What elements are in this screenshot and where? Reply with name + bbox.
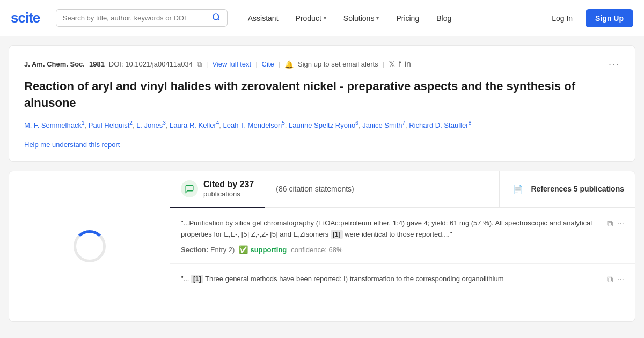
citation-text-1: "...Purification by silica gel chromatog… xyxy=(181,218,603,240)
citation-text-2: "... [1] Three general methods have been… xyxy=(181,274,603,285)
nav-right: Log In Sign Up xyxy=(543,9,633,27)
loading-spinner xyxy=(74,230,106,262)
search-input[interactable] xyxy=(63,14,208,22)
nav-assistant[interactable]: Assistant xyxy=(240,10,286,27)
author-3[interactable]: L. Jones3 xyxy=(136,121,166,129)
facebook-icon[interactable]: f xyxy=(399,60,401,69)
bell-icon: 🔔 xyxy=(284,60,294,69)
signup-button[interactable]: Sign Up xyxy=(586,9,633,27)
linkedin-icon[interactable]: in xyxy=(404,60,411,69)
confidence-1: confidence: 68% xyxy=(291,246,342,254)
svg-point-0 xyxy=(213,14,219,20)
nav-product[interactable]: Product ▾ xyxy=(288,10,334,27)
supporting-badge: ✅ supporting xyxy=(239,245,287,254)
copy-citation-icon-2[interactable]: ⧉ xyxy=(607,275,613,284)
references-icon: 📄 xyxy=(510,181,525,196)
help-understand-link[interactable]: Help me understand this report xyxy=(24,141,120,149)
section-layout: Cited by 237 publications (86 citation s… xyxy=(9,171,635,321)
author-8[interactable]: Richard D. Stauffer8 xyxy=(409,121,471,129)
twitter-icon[interactable]: 𝕏 xyxy=(389,59,396,69)
author-5[interactable]: Leah T. Mendelson5 xyxy=(223,121,285,129)
paper-meta: J. Am. Chem. Soc. 1981 DOI: 10.1021/ja00… xyxy=(24,58,620,70)
more-options-icon[interactable]: ··· xyxy=(609,58,620,70)
svg-line-1 xyxy=(218,19,219,20)
paper-title: Reaction of aryl and vinyl halides with … xyxy=(24,78,620,112)
citation-item-content-2: "... [1] Three general methods have been… xyxy=(181,274,603,290)
author-2[interactable]: Paul Helquist2 xyxy=(89,121,133,129)
alert-text: Sign up to set email alerts xyxy=(298,60,378,68)
copy-icon[interactable]: ⧉ xyxy=(197,60,202,69)
more-citation-icon[interactable]: ··· xyxy=(617,219,624,229)
citation-statements-label: (86 citation statements) xyxy=(276,185,354,193)
cite-link[interactable]: Cite xyxy=(262,60,274,68)
author-1[interactable]: M. F. Semmelhack1 xyxy=(24,121,84,129)
doi-label: DOI: 10.1021/ja00411a034 xyxy=(109,60,193,68)
authors-list: M. F. Semmelhack1, Paul Helquist2, L. Jo… xyxy=(24,119,620,131)
tab-references[interactable]: 📄 References 5 publications xyxy=(499,171,635,207)
search-icon xyxy=(212,13,221,23)
cited-by-icon xyxy=(181,180,198,197)
citation-actions-1: ⧉ ··· xyxy=(607,218,624,229)
citation-item-2: "... [1] Three general methods have been… xyxy=(170,264,635,300)
login-button[interactable]: Log In xyxy=(543,10,581,27)
cited-by-text: Cited by 237 publications xyxy=(203,180,254,198)
cited-by-count: Cited by 237 xyxy=(203,180,254,189)
author-6[interactable]: Laurine Speltz Ryono6 xyxy=(289,121,358,129)
author-4[interactable]: Laura R. Keller4 xyxy=(170,121,219,129)
paper-card: J. Am. Chem. Soc. 1981 DOI: 10.1021/ja00… xyxy=(9,45,635,162)
citation-meta-1: Section: Entry 2) ✅ supporting confidenc… xyxy=(181,245,603,254)
copy-citation-icon[interactable]: ⧉ xyxy=(607,219,613,229)
section-label-1: Section: Entry 2) xyxy=(181,246,235,254)
view-full-text-link[interactable]: View full text xyxy=(212,60,251,68)
citation-item-row-2: "... [1] Three general methods have been… xyxy=(181,274,624,290)
main-content: J. Am. Chem. Soc. 1981 DOI: 10.1021/ja00… xyxy=(0,36,644,330)
pub-year: 1981 xyxy=(89,60,105,68)
citation-actions-2: ⧉ ··· xyxy=(607,274,624,284)
check-circle-icon: ✅ xyxy=(239,245,248,254)
product-dropdown-icon: ▾ xyxy=(324,15,326,21)
tabs-section: Cited by 237 publications (86 citation s… xyxy=(9,171,635,322)
tab-citation-statements[interactable]: (86 citation statements) xyxy=(265,171,365,207)
nav-blog[interactable]: Blog xyxy=(429,10,459,27)
citation-ref-1: [1] xyxy=(331,230,343,239)
nav-solutions[interactable]: Solutions ▾ xyxy=(336,10,387,27)
citation-ref-2: [1] xyxy=(191,275,203,283)
logo: scite_ xyxy=(11,10,47,26)
citation-item-content-1: "...Purification by silica gel chromatog… xyxy=(181,218,603,254)
journal-name: J. Am. Chem. Soc. xyxy=(24,60,85,68)
citation-item-row-1: "...Purification by silica gel chromatog… xyxy=(181,218,624,254)
cited-by-label: publications xyxy=(203,190,254,198)
search-bar[interactable] xyxy=(56,9,228,27)
header: scite_ Assistant Product ▾ Solutions ▾ P… xyxy=(0,0,644,36)
author-7[interactable]: Janice Smith7 xyxy=(362,121,405,129)
loading-panel xyxy=(9,171,170,321)
solutions-dropdown-icon: ▾ xyxy=(376,15,379,21)
citations-panel: Cited by 237 publications (86 citation s… xyxy=(170,171,635,321)
social-icons: 𝕏 f in xyxy=(389,59,411,69)
more-citation-icon-2[interactable]: ··· xyxy=(617,275,624,284)
references-label: References 5 publications xyxy=(531,185,624,193)
nav-pricing[interactable]: Pricing xyxy=(389,10,427,27)
main-nav: Assistant Product ▾ Solutions ▾ Pricing … xyxy=(240,10,535,27)
tab-cited-by[interactable]: Cited by 237 publications xyxy=(170,171,265,208)
tabs-bar: Cited by 237 publications (86 citation s… xyxy=(170,171,635,208)
citation-item-1: "...Purification by silica gel chromatog… xyxy=(170,208,635,264)
